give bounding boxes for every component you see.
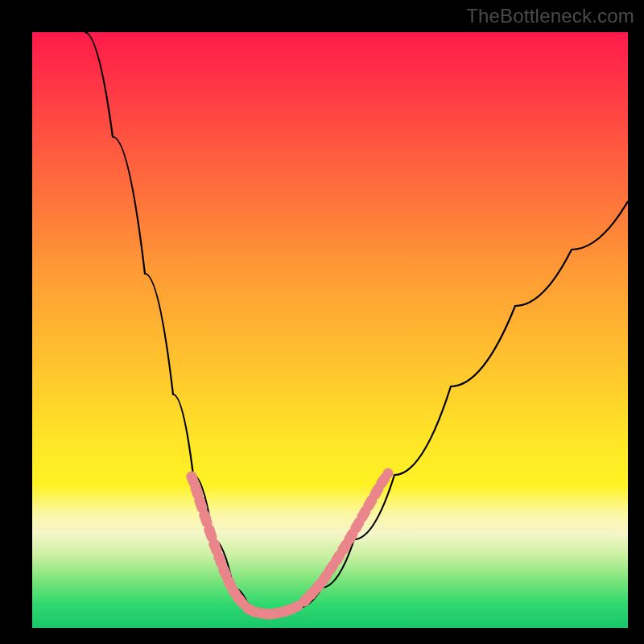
marker-segment	[362, 511, 365, 517]
marker-segment	[336, 555, 340, 561]
marker-segment	[304, 598, 308, 601]
marker-segment	[343, 545, 346, 551]
marker-segment	[375, 489, 378, 494]
marker-segment	[317, 584, 320, 588]
marker-segment	[192, 477, 194, 482]
marker-segment	[200, 501, 202, 508]
marker-segment	[311, 592, 314, 596]
marker-segment	[349, 534, 353, 539]
plot-area	[32, 32, 628, 628]
marker-segment	[209, 530, 212, 537]
marker-segment	[214, 544, 217, 551]
marker-segment	[330, 565, 333, 570]
marker-segment	[224, 570, 226, 576]
curve-svg	[32, 32, 628, 628]
marker-segment	[356, 522, 359, 528]
marker-segment	[229, 581, 231, 586]
marker-segment	[196, 488, 198, 494]
marker-segment	[382, 478, 385, 483]
attribution-text: TheBottleneck.com	[466, 5, 634, 27]
marker-segment	[219, 557, 221, 564]
marker-dot	[383, 469, 394, 479]
marker-segment	[204, 515, 207, 522]
marker-group	[187, 469, 394, 620]
marker-segment	[324, 575, 327, 580]
marker-segment	[369, 500, 372, 506]
chart-frame: TheBottleneck.com	[0, 0, 644, 644]
